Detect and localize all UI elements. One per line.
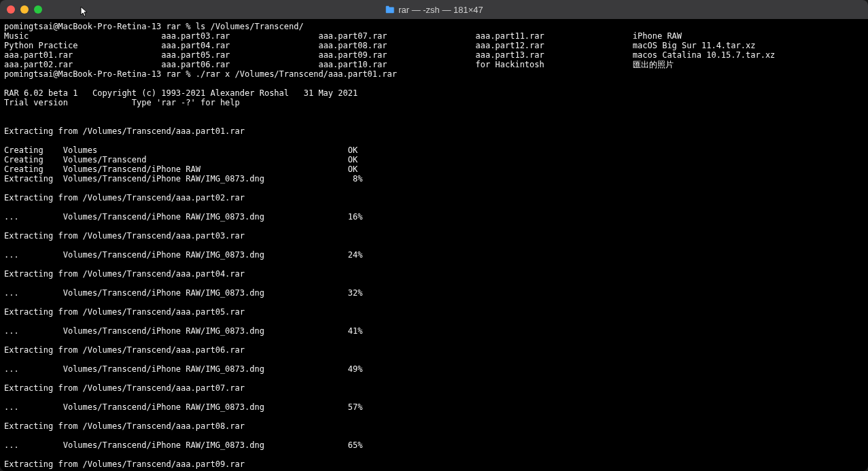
ls-row: Python Practice aaa.part04.rar aaa.part0…	[4, 41, 755, 50]
window-title-text: rar — -zsh — 181×47	[398, 5, 483, 15]
terminal-content[interactable]: pomingtsai@MacBook-Pro-Retina-13 rar % l…	[0, 19, 868, 471]
output-line: ... Volumes/Transcend/iPhone RAW/IMG_087…	[4, 326, 362, 336]
ls-row: aaa.part01.rar aaa.part05.rar aaa.part09…	[4, 50, 775, 60]
output-line: ... Volumes/Transcend/iPhone RAW/IMG_087…	[4, 212, 362, 222]
minimize-button[interactable]	[20, 5, 29, 14]
output-line: ... Volumes/Transcend/iPhone RAW/IMG_087…	[4, 250, 362, 260]
prompt-line: pomingtsai@MacBook-Pro-Retina-13 rar % .…	[4, 69, 397, 79]
output-line: Extracting from /Volumes/Transcend/aaa.p…	[4, 269, 245, 279]
output-line: Extracting from /Volumes/Transcend/aaa.p…	[4, 307, 245, 317]
output-line: Extracting from /Volumes/Transcend/aaa.p…	[4, 193, 245, 203]
output-line: ... Volumes/Transcend/iPhone RAW/IMG_087…	[4, 402, 362, 412]
close-button[interactable]	[7, 5, 15, 14]
window-title: rar — -zsh — 181×47	[385, 5, 483, 15]
maximize-button[interactable]	[34, 5, 42, 14]
folder-icon	[385, 5, 394, 14]
output-line: Extracting from /Volumes/Transcend/aaa.p…	[4, 345, 245, 355]
mouse-cursor	[80, 6, 90, 18]
titlebar[interactable]: rar — -zsh — 181×47	[0, 0, 868, 19]
output-line: Creating Volumes/Transcend/iPhone RAW OK	[4, 164, 358, 174]
ls-row: Music aaa.part03.rar aaa.part07.rar aaa.…	[4, 31, 682, 41]
output-line: ... Volumes/Transcend/iPhone RAW/IMG_087…	[4, 288, 362, 298]
traffic-lights	[7, 5, 42, 14]
output-line: Extracting from /Volumes/Transcend/aaa.p…	[4, 421, 245, 431]
output-line: Extracting from /Volumes/Transcend/aaa.p…	[4, 231, 245, 241]
output-line: ... Volumes/Transcend/iPhone RAW/IMG_087…	[4, 364, 362, 374]
output-line: Trial version Type 'rar -?' for help	[4, 98, 240, 107]
ls-row: aaa.part02.rar aaa.part06.rar aaa.part10…	[4, 60, 674, 69]
output-line: Creating Volumes/Transcend OK	[4, 155, 358, 164]
output-line: Extracting from /Volumes/Transcend/aaa.p…	[4, 126, 245, 136]
output-line: Extracting from /Volumes/Transcend/aaa.p…	[4, 459, 245, 469]
output-line: RAR 6.02 beta 1 Copyright (c) 1993-2021 …	[4, 88, 358, 98]
output-line: ... Volumes/Transcend/iPhone RAW/IMG_087…	[4, 440, 362, 450]
terminal-window: rar — -zsh — 181×47 pomingtsai@MacBook-P…	[0, 0, 868, 471]
output-line: Extracting Volumes/Transcend/iPhone RAW/…	[4, 174, 362, 184]
output-line: Creating Volumes OK	[4, 145, 358, 155]
output-line: Extracting from /Volumes/Transcend/aaa.p…	[4, 383, 245, 393]
prompt-line: pomingtsai@MacBook-Pro-Retina-13 rar % l…	[4, 22, 304, 31]
